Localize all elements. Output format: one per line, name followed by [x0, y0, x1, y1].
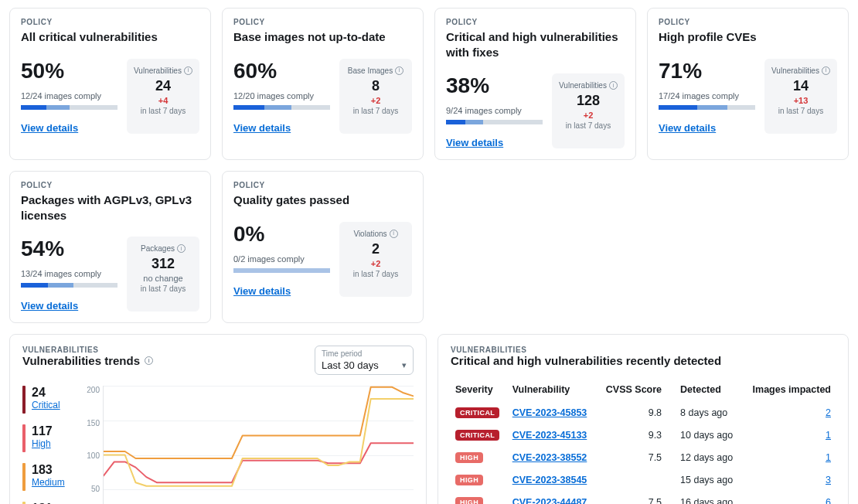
- compliance-text: 12/20 images comply: [233, 91, 330, 100]
- vulnerabilities-trends-panel: VULNERABILITIES Vulnerabilities trends i…: [9, 334, 427, 504]
- mini-subtext: in last 7 days: [771, 107, 831, 115]
- cve-link[interactable]: CVE-2023-38545: [512, 475, 587, 485]
- view-details-link[interactable]: View details: [233, 122, 291, 134]
- mini-delta: +4: [133, 96, 193, 105]
- cvss-score: 7.5: [597, 491, 666, 504]
- plot-area: [103, 386, 414, 504]
- cvss-score: 7.5: [597, 446, 666, 468]
- mini-count: 14: [771, 78, 831, 94]
- mini-count: 8: [346, 78, 406, 94]
- eyebrow: VULNERABILITIES: [451, 346, 836, 354]
- mini-delta: +13: [771, 96, 831, 105]
- time-period-value: Last 30 days: [322, 359, 379, 371]
- info-icon[interactable]: i: [145, 356, 153, 365]
- table-row: HIGH CVE-2023-44487 7.5 16 days ago 6: [451, 491, 836, 504]
- legend-label[interactable]: Medium: [32, 477, 65, 488]
- legend-label[interactable]: Critical: [32, 400, 60, 410]
- mini-subtext: in last 7 days: [346, 107, 406, 115]
- col-images-impacted: Images impacted: [742, 378, 836, 401]
- info-icon[interactable]: i: [184, 66, 192, 75]
- mini-stats-panel: Vulnerabilities i 14 +13 in last 7 days: [764, 59, 837, 134]
- mini-count: 312: [133, 256, 193, 272]
- eyebrow: POLICY: [233, 181, 412, 189]
- mini-subtext: in last 7 days: [133, 107, 193, 115]
- eyebrow: POLICY: [21, 181, 199, 189]
- mini-label: Vulnerabilities i: [771, 66, 831, 75]
- legend-count: 24: [32, 386, 60, 400]
- y-axis: 200 150 100 50 0: [83, 386, 103, 504]
- info-icon[interactable]: i: [822, 66, 830, 75]
- mini-stats-panel: Vulnerabilities i 24 +4 in last 7 days: [127, 59, 199, 134]
- table-row: CRITICAL CVE-2023-45853 9.8 8 days ago 2: [451, 401, 836, 424]
- y-tick: 100: [83, 451, 100, 460]
- legend-swatch: [22, 424, 26, 452]
- legend-item-critical[interactable]: 24 Critical: [22, 386, 77, 414]
- compliance-percent: 60%: [233, 59, 330, 83]
- view-details-link[interactable]: View details: [659, 122, 716, 134]
- policy-card: POLICY High profile CVEs 71% 17/24 image…: [647, 8, 849, 160]
- compliance-percent: 54%: [21, 237, 117, 261]
- y-tick: 200: [83, 386, 100, 394]
- mini-delta: +2: [558, 111, 618, 120]
- legend-item-high[interactable]: 117 High: [22, 424, 77, 452]
- chevron-down-icon: ▾: [402, 360, 407, 370]
- mini-label: Violations i: [346, 230, 406, 238]
- mini-subtext: in last 7 days: [133, 284, 193, 293]
- mini-delta: +2: [346, 96, 406, 105]
- compliance-percent: 0%: [233, 222, 330, 247]
- legend-count: 183: [32, 463, 65, 477]
- info-icon[interactable]: i: [609, 81, 618, 90]
- info-icon[interactable]: i: [395, 66, 403, 75]
- table-row: HIGH CVE-2023-38552 7.5 12 days ago 1: [451, 446, 836, 468]
- info-icon[interactable]: i: [177, 244, 186, 253]
- policy-card-title: All critical vulnerabilities: [21, 29, 199, 45]
- compliance-text: 0/2 images comply: [233, 254, 330, 264]
- detected-text: 16 days ago: [666, 491, 742, 504]
- compliance-bar: [233, 268, 330, 273]
- recent-vulnerabilities-panel: VULNERABILITIES Critical and high vulner…: [438, 334, 849, 504]
- mini-stats-panel: Packages i 312 no change in last 7 days: [127, 237, 199, 312]
- cvss-score: 9.3: [597, 424, 666, 446]
- cve-link[interactable]: CVE-2023-45133: [512, 430, 587, 441]
- mini-subtext: in last 7 days: [346, 270, 406, 278]
- legend-label[interactable]: High: [32, 438, 53, 449]
- eyebrow: POLICY: [21, 18, 199, 26]
- eyebrow: POLICY: [446, 18, 625, 26]
- time-period-dropdown[interactable]: Time period Last 30 days ▾: [315, 346, 414, 375]
- cve-link[interactable]: CVE-2023-45853: [512, 407, 587, 418]
- images-impacted-link[interactable]: 1: [826, 430, 831, 441]
- trends-title-text: Vulnerabilities trends: [22, 354, 140, 367]
- time-period-label: Time period: [322, 349, 407, 358]
- images-impacted-link[interactable]: 6: [826, 497, 831, 505]
- mini-subtext: in last 7 days: [558, 121, 618, 130]
- images-impacted-link[interactable]: 1: [826, 452, 831, 463]
- col-cvss: CVSS Score: [597, 378, 666, 401]
- legend-item-medium[interactable]: 183 Medium: [22, 463, 77, 491]
- images-impacted-link[interactable]: 2: [826, 407, 831, 418]
- mini-count: 128: [558, 93, 618, 109]
- policy-cards-row-1: POLICY All critical vulnerabilities 50% …: [9, 8, 849, 160]
- panel-title: Critical and high vulnerabilities recent…: [451, 354, 836, 367]
- info-icon[interactable]: i: [390, 230, 398, 238]
- recent-vulns-table: Severity Vulnerability CVSS Score Detect…: [451, 378, 836, 504]
- view-details-link[interactable]: View details: [21, 300, 78, 312]
- compliance-bar: [446, 120, 543, 124]
- compliance-text: 9/24 images comply: [446, 106, 543, 115]
- legend-swatch: [22, 463, 26, 491]
- mini-delta: +2: [346, 259, 406, 268]
- cve-link[interactable]: CVE-2023-38552: [512, 452, 587, 463]
- severity-badge: HIGH: [455, 452, 483, 463]
- cve-link[interactable]: CVE-2023-44487: [512, 497, 587, 505]
- view-details-link[interactable]: View details: [21, 122, 78, 134]
- mini-stats-panel: Base Images i 8 +2 in last 7 days: [339, 59, 412, 134]
- view-details-link[interactable]: View details: [446, 137, 503, 148]
- mini-delta: no change: [133, 274, 193, 283]
- detected-text: 15 days ago: [666, 468, 742, 491]
- policy-card: POLICY Packages with AGPLv3, GPLv3 licen…: [9, 171, 211, 323]
- severity-badge: HIGH: [455, 475, 483, 485]
- images-impacted-link[interactable]: 3: [826, 475, 831, 485]
- policy-card: POLICY Critical and high vulnerabilities…: [434, 8, 636, 160]
- policy-card: POLICY All critical vulnerabilities 50% …: [9, 8, 211, 160]
- view-details-link[interactable]: View details: [233, 285, 291, 297]
- eyebrow: VULNERABILITIES: [22, 346, 153, 354]
